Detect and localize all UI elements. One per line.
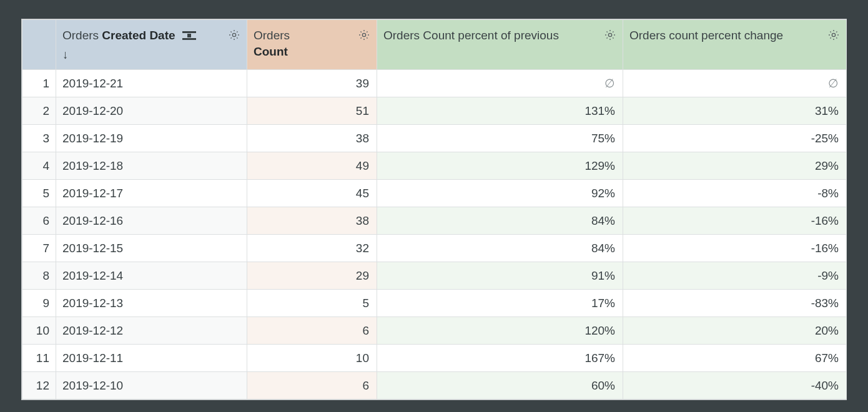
cell-pct-change[interactable]: 29% <box>623 152 847 180</box>
row-number: 8 <box>22 262 56 290</box>
svg-rect-1 <box>182 38 196 40</box>
cell-pct-change[interactable]: 31% <box>623 97 847 125</box>
cell-pct-of-previous[interactable]: ∅ <box>377 70 623 97</box>
header-prefix: Orders <box>62 29 102 42</box>
cell-count[interactable]: 32 <box>247 235 377 262</box>
row-number: 6 <box>22 207 56 235</box>
cell-pct-change[interactable]: -8% <box>623 180 847 207</box>
cell-pct-of-previous[interactable]: 131% <box>377 97 623 125</box>
row-number: 5 <box>22 180 56 207</box>
table-row[interactable]: 92019-12-13517%-83% <box>22 290 847 317</box>
cell-count[interactable]: 6 <box>247 372 377 400</box>
data-table-panel: Orders Created Date ↓ <box>21 19 847 400</box>
cell-created-date[interactable]: 2019-12-21 <box>56 70 247 97</box>
cell-pct-of-previous[interactable]: 60% <box>377 372 623 400</box>
column-header-count[interactable]: Orders Count <box>247 20 377 70</box>
table-row[interactable]: 112019-12-1110167%67% <box>22 345 847 372</box>
row-number: 10 <box>22 317 56 345</box>
cell-created-date[interactable]: 2019-12-16 <box>56 207 247 235</box>
cell-pct-change[interactable]: ∅ <box>623 70 847 97</box>
table-row[interactable]: 22019-12-2051131%31% <box>22 97 847 125</box>
cell-pct-of-previous[interactable]: 17% <box>377 290 623 317</box>
cell-count[interactable]: 38 <box>247 207 377 235</box>
header-label: Orders Count percent of previous <box>383 29 559 42</box>
column-header-pct-change[interactable]: Orders count percent change <box>623 20 847 70</box>
cell-pct-of-previous[interactable]: 167% <box>377 345 623 372</box>
row-number: 2 <box>22 97 56 125</box>
cell-created-date[interactable]: 2019-12-17 <box>56 180 247 207</box>
cell-pct-change[interactable]: 20% <box>623 317 847 345</box>
cell-pct-change[interactable]: 67% <box>623 345 847 372</box>
row-number: 11 <box>22 345 56 372</box>
table-row[interactable]: 52019-12-174592%-8% <box>22 180 847 207</box>
column-header-pct-of-previous[interactable]: Orders Count percent of previous <box>377 20 623 70</box>
gear-icon[interactable] <box>827 29 840 41</box>
svg-point-3 <box>232 33 235 36</box>
table-row[interactable]: 102019-12-126120%20% <box>22 317 847 345</box>
row-number: 12 <box>22 372 56 400</box>
cell-created-date[interactable]: 2019-12-19 <box>56 125 247 152</box>
data-table: Orders Created Date ↓ <box>22 19 847 400</box>
cell-count[interactable]: 10 <box>247 345 377 372</box>
table-row[interactable]: 122019-12-10660%-40% <box>22 372 847 400</box>
cell-count[interactable]: 5 <box>247 290 377 317</box>
column-header-created-date[interactable]: Orders Created Date ↓ <box>56 20 247 70</box>
row-number: 9 <box>22 290 56 317</box>
cell-pct-of-previous[interactable]: 84% <box>377 235 623 262</box>
cell-created-date[interactable]: 2019-12-18 <box>56 152 247 180</box>
cell-pct-change[interactable]: -83% <box>623 290 847 317</box>
cell-created-date[interactable]: 2019-12-13 <box>56 290 247 317</box>
row-number: 7 <box>22 235 56 262</box>
table-row[interactable]: 12019-12-2139∅∅ <box>22 70 847 97</box>
header-main: Count <box>254 45 288 58</box>
cell-pct-change[interactable]: -16% <box>623 207 847 235</box>
cell-pct-of-previous[interactable]: 92% <box>377 180 623 207</box>
table-row[interactable]: 72019-12-153284%-16% <box>22 235 847 262</box>
cell-count[interactable]: 51 <box>247 97 377 125</box>
cell-created-date[interactable]: 2019-12-15 <box>56 235 247 262</box>
header-label: Orders count percent change <box>629 29 783 42</box>
cell-pct-of-previous[interactable]: 120% <box>377 317 623 345</box>
cell-created-date[interactable]: 2019-12-10 <box>56 372 247 400</box>
table-row[interactable]: 42019-12-1849129%29% <box>22 152 847 180</box>
header-main: Created Date <box>102 29 175 42</box>
table-row[interactable]: 82019-12-142991%-9% <box>22 262 847 290</box>
cell-pct-of-previous[interactable]: 129% <box>377 152 623 180</box>
cell-created-date[interactable]: 2019-12-20 <box>56 97 247 125</box>
svg-point-6 <box>832 33 835 36</box>
cell-pct-change[interactable]: -25% <box>623 125 847 152</box>
cell-count[interactable]: 39 <box>247 70 377 97</box>
cell-pct-change[interactable]: -16% <box>623 235 847 262</box>
gear-icon[interactable] <box>604 29 616 41</box>
cell-count[interactable]: 49 <box>247 152 377 180</box>
sort-desc-icon[interactable]: ↓ <box>62 47 196 63</box>
cell-count[interactable]: 29 <box>247 262 377 290</box>
cell-count[interactable]: 38 <box>247 125 377 152</box>
svg-rect-0 <box>182 31 196 33</box>
cell-created-date[interactable]: 2019-12-11 <box>56 345 247 372</box>
svg-point-5 <box>608 33 611 36</box>
table-row[interactable]: 32019-12-193875%-25% <box>22 125 847 152</box>
cell-pct-of-previous[interactable]: 75% <box>377 125 623 152</box>
gear-icon[interactable] <box>358 29 370 41</box>
cell-count[interactable]: 6 <box>247 317 377 345</box>
table-row[interactable]: 62019-12-163884%-16% <box>22 207 847 235</box>
cell-created-date[interactable]: 2019-12-14 <box>56 262 247 290</box>
cell-pct-of-previous[interactable]: 91% <box>377 262 623 290</box>
cell-count[interactable]: 45 <box>247 180 377 207</box>
row-number: 3 <box>22 125 56 152</box>
header-prefix: Orders <box>254 29 290 42</box>
svg-rect-2 <box>187 34 191 37</box>
row-number: 1 <box>22 70 56 97</box>
cell-pct-change[interactable]: -40% <box>623 372 847 400</box>
cell-pct-change[interactable]: -9% <box>623 262 847 290</box>
row-number-header <box>22 20 56 70</box>
cell-created-date[interactable]: 2019-12-12 <box>56 317 247 345</box>
row-number: 4 <box>22 152 56 180</box>
pivot-icon[interactable] <box>182 28 196 44</box>
svg-point-4 <box>362 33 365 36</box>
cell-pct-of-previous[interactable]: 84% <box>377 207 623 235</box>
gear-icon[interactable] <box>228 29 240 41</box>
